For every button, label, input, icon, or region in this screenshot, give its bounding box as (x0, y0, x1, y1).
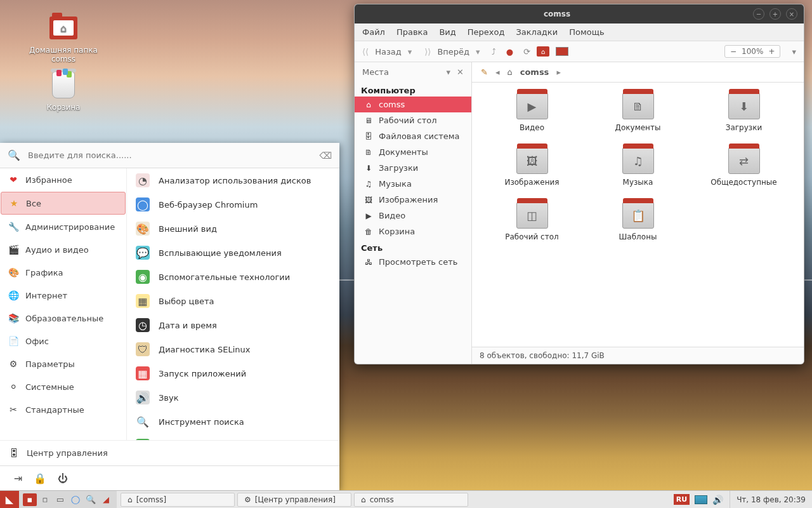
category-item[interactable]: 🌐Интернет (0, 284, 126, 307)
app-item[interactable]: 💬Всплывающие уведомления (127, 241, 339, 265)
zoom-out-icon[interactable]: − (730, 47, 737, 56)
zoom-in-icon[interactable]: + (768, 47, 775, 56)
quicklaunch-browser[interactable]: ◯ (69, 493, 82, 506)
show-desktop-button[interactable]: ▭ (53, 493, 67, 506)
app-item[interactable]: ◯Веб-браузер Chromium (127, 192, 339, 217)
edit-path-icon[interactable]: ✎ (481, 67, 488, 77)
sidebar-item[interactable]: 🖧Просмотреть сеть (355, 254, 471, 270)
category-item[interactable]: 📄Офис (0, 330, 126, 352)
menu-control-center-row[interactable]: 🎛 Центр управления (0, 440, 339, 465)
quicklaunch-app[interactable]: ◢ (99, 493, 113, 506)
sidebar-item[interactable]: 🗎Документы (355, 144, 471, 160)
menubar-item[interactable]: Файл (362, 27, 385, 37)
folder-item[interactable]: ⇄Общедоступные (703, 147, 785, 187)
window-close-button[interactable]: × (786, 8, 797, 20)
category-item[interactable]: ❤Избранное (0, 168, 126, 191)
folder-item[interactable]: ⬇Загрузки (703, 93, 785, 132)
taskbar-task[interactable]: ⌂[comss] (121, 493, 235, 507)
app-item[interactable]: 🛡Диагностика SELinux (127, 337, 339, 361)
app-item[interactable]: ▦Запуск приложений (127, 361, 339, 385)
app-item[interactable]: 🔊Звук (127, 385, 339, 410)
app-item[interactable]: ▦Выбор цвета (127, 289, 339, 313)
fm-icon-grid[interactable]: ▶Видео🗎Документы⬇Загрузки🖼Изображения♫Му… (472, 83, 804, 347)
folder-item[interactable]: 📋Шаблоны (597, 202, 679, 241)
search-clear-icon[interactable]: ⌫ (319, 150, 332, 161)
app-item[interactable]: ⓘИнформация о системе (127, 434, 339, 440)
workspace-2[interactable]: ▫ (38, 493, 52, 506)
nav-up-icon[interactable]: ⤴ (492, 47, 496, 57)
path-location[interactable]: comss (520, 67, 549, 77)
app-item[interactable]: 🎨Внешний вид (127, 217, 339, 241)
places-dropdown-icon[interactable]: ▾ (447, 67, 451, 77)
sidebar-item-label: Загрузки (379, 163, 418, 173)
path-back-icon[interactable]: ◂ (495, 67, 500, 77)
home-toolbar-icon[interactable] (537, 46, 549, 57)
nav-forward-icon[interactable]: ⟩⟩ (424, 47, 431, 57)
window-titlebar[interactable]: comss ─ + × (355, 4, 804, 23)
sidebar-item[interactable]: ⬇Загрузки (355, 160, 471, 176)
task-label: comss (370, 495, 394, 504)
sidebar-item[interactable]: 🖼Изображения (355, 192, 471, 208)
category-item[interactable]: 🎬Аудио и видео (0, 238, 126, 261)
app-item[interactable]: ◉Вспомогательные технологии (127, 265, 339, 289)
folder-item[interactable]: ♫Музыка (597, 147, 679, 187)
category-item[interactable]: 🎨Графика (0, 261, 126, 284)
folder-item[interactable]: 🗎Документы (597, 93, 679, 132)
volume-icon[interactable]: 🔊 (712, 495, 723, 505)
sidebar-item[interactable]: ⌂comss (355, 97, 471, 112)
menubar-item[interactable]: Переход (468, 27, 505, 37)
network-icon[interactable] (695, 495, 707, 504)
back-dropdown-icon[interactable]: ▾ (408, 47, 412, 57)
window-maximize-button[interactable]: + (769, 8, 781, 20)
category-label: Аудио и видео (25, 245, 89, 255)
taskbar-task[interactable]: ⌂comss (354, 493, 468, 507)
menubar-item[interactable]: Помощь (569, 27, 604, 37)
sidebar-item[interactable]: 🖥Рабочий стол (355, 112, 471, 128)
taskbar-menu-button[interactable]: ◣ (0, 491, 19, 508)
taskbar-task[interactable]: ⚙[Центр управления] (237, 493, 351, 507)
power-button[interactable]: ⏻ (58, 472, 68, 485)
reload-icon[interactable]: ⟳ (523, 47, 530, 57)
lock-button[interactable]: 🔒 (34, 472, 46, 485)
path-home-icon[interactable]: ⌂ (507, 67, 512, 77)
search-input[interactable] (24, 148, 319, 163)
desktop-home-folder[interactable]: ⌂ Домашняя папка comss (25, 13, 102, 64)
category-item[interactable]: ✂Стандартные (0, 398, 126, 421)
view-dropdown-icon[interactable]: ▾ (792, 47, 796, 57)
app-item[interactable]: ◷Дата и время (127, 313, 339, 337)
window-minimize-button[interactable]: ─ (753, 8, 764, 20)
sidebar-item[interactable]: 🗄Файловая система (355, 128, 471, 144)
nav-back-button[interactable]: Назад (375, 47, 402, 57)
places-header[interactable]: Места ▾✕ (355, 62, 471, 82)
taskbar-clock[interactable]: Чт, 18 фев, 20:39 (730, 491, 812, 508)
category-item[interactable]: ★Все (1, 192, 126, 215)
sidebar-item[interactable]: ▶Видео (355, 208, 471, 224)
logout-button[interactable]: ⇥ (14, 472, 22, 485)
folder-item[interactable]: 🖼Изображения (491, 147, 573, 187)
category-item[interactable]: ⚪Системные (0, 375, 126, 398)
folder-item[interactable]: ◫Рабочий стол (491, 202, 573, 241)
category-item[interactable]: ⚙Параметры (0, 352, 126, 375)
menubar-item[interactable]: Закладки (516, 27, 558, 37)
sidebar-item[interactable]: 🗑Корзина (355, 224, 471, 239)
workspace-1[interactable]: ▪ (23, 493, 37, 506)
sidebar-item[interactable]: ♫Музыка (355, 176, 471, 192)
menubar-item[interactable]: Правка (396, 27, 428, 37)
app-item[interactable]: 🔍Инструмент поиска (127, 410, 339, 434)
desktop-trash[interactable]: Корзина (25, 70, 102, 112)
category-item[interactable]: 🔧Администрирование (0, 215, 126, 238)
path-forward-icon[interactable]: ▸ (556, 67, 561, 77)
zoom-control[interactable]: − 100% + (724, 45, 780, 58)
places-close-icon[interactable]: ✕ (457, 67, 464, 77)
keyboard-layout-indicator[interactable]: RU (674, 494, 690, 505)
nav-forward-button[interactable]: Вперёд (437, 47, 469, 57)
computer-toolbar-icon[interactable] (556, 46, 568, 57)
quicklaunch-search[interactable]: 🔍 (84, 493, 98, 506)
nav-back-icon[interactable]: ⟨⟨ (362, 47, 369, 57)
app-item[interactable]: ◔Анализатор использования дисков (127, 168, 339, 192)
record-icon[interactable]: ● (506, 47, 513, 57)
category-item[interactable]: 📚Образовательные (0, 307, 126, 330)
forward-dropdown-icon[interactable]: ▾ (476, 47, 480, 57)
folder-item[interactable]: ▶Видео (491, 93, 573, 132)
menubar-item[interactable]: Вид (439, 27, 455, 37)
